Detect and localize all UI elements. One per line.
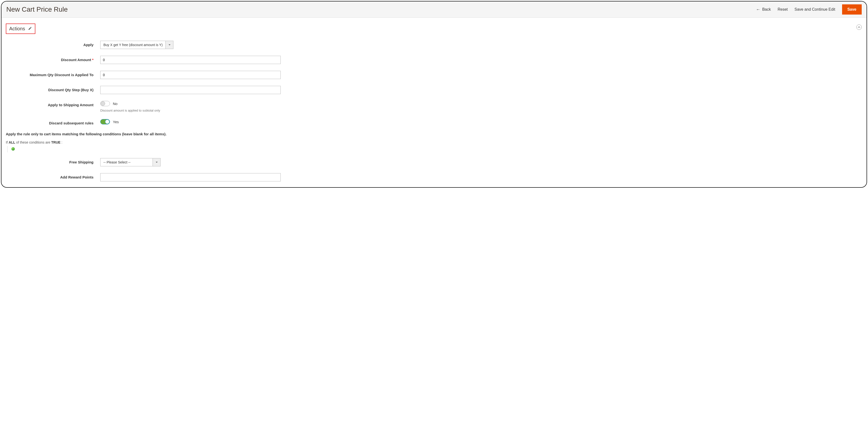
discard-rules-value: Yes <box>113 120 119 124</box>
collapse-toggle[interactable] <box>857 25 862 30</box>
rules-heading: Apply the rule only to cart items matchi… <box>6 132 862 136</box>
max-qty-row: Maximum Qty Discount is Applied To <box>6 71 862 79</box>
pencil-icon <box>28 26 32 31</box>
apply-shipping-help: Discount amount is applied to subtotal o… <box>100 109 160 112</box>
apply-shipping-toggle[interactable] <box>100 101 110 106</box>
apply-select-caret[interactable] <box>165 41 173 49</box>
apply-row: Apply Buy X get Y free (discount amount … <box>6 41 862 49</box>
apply-select-value: Buy X get Y free (discount amount is Y) <box>100 41 165 49</box>
apply-shipping-row: Apply to Shipping Amount No Discount amo… <box>6 101 862 112</box>
reward-points-label: Add Reward Points <box>6 173 100 179</box>
back-arrow-icon: ← <box>756 7 760 12</box>
content-wrapper: Actions Apply Buy X get Y free (discount… <box>1 18 867 187</box>
reward-points-row: Add Reward Points <box>6 173 862 181</box>
actions-section-header: Actions <box>6 24 35 34</box>
free-shipping-value: -- Please Select -- <box>100 158 153 166</box>
discard-rules-toggle[interactable] <box>100 119 110 124</box>
back-button[interactable]: ← Back <box>756 7 771 12</box>
caret-down-icon <box>168 44 171 46</box>
max-qty-input[interactable] <box>100 71 281 79</box>
qty-step-input[interactable] <box>100 86 281 94</box>
free-shipping-caret[interactable] <box>153 158 160 166</box>
toggle-knob <box>105 119 110 124</box>
qty-step-label: Discount Qty Step (Buy X) <box>6 86 100 92</box>
cond-true-link[interactable]: TRUE <box>51 140 61 144</box>
cond-all-link[interactable]: ALL <box>9 140 15 144</box>
apply-shipping-value: No <box>113 102 118 106</box>
qty-step-row: Discount Qty Step (Buy X) <box>6 86 862 94</box>
apply-shipping-label: Apply to Shipping Amount <box>6 101 100 107</box>
save-button[interactable]: Save <box>842 4 862 15</box>
condition-line: If ALL of these conditions are TRUE : <box>6 140 862 144</box>
reward-points-input[interactable] <box>100 173 281 181</box>
condition-tree <box>7 146 862 152</box>
page-title: New Cart Price Rule <box>6 6 68 13</box>
toggle-knob <box>101 101 105 106</box>
caret-down-icon <box>155 161 158 164</box>
discount-amount-row: Discount Amount* <box>6 56 862 64</box>
max-qty-label: Maximum Qty Discount is Applied To <box>6 71 100 77</box>
apply-select[interactable]: Buy X get Y free (discount amount is Y) <box>100 41 174 49</box>
apply-label: Apply <box>6 41 100 47</box>
back-label: Back <box>762 7 771 12</box>
section-title: Actions <box>9 26 25 31</box>
discount-amount-label: Discount Amount* <box>6 56 100 62</box>
save-continue-button[interactable]: Save and Continue Edit <box>795 7 835 12</box>
page-header: New Cart Price Rule ← Back Reset Save an… <box>1 1 867 18</box>
free-shipping-row: Free Shipping -- Please Select -- <box>6 158 862 166</box>
header-actions: ← Back Reset Save and Continue Edit Save <box>756 4 862 15</box>
free-shipping-select[interactable]: -- Please Select -- <box>100 158 161 166</box>
reset-button[interactable]: Reset <box>778 7 788 12</box>
discard-rules-label: Discard subsequent rules <box>6 119 100 125</box>
discount-amount-input[interactable] <box>100 56 281 64</box>
free-shipping-label: Free Shipping <box>6 158 100 164</box>
discard-rules-row: Discard subsequent rules Yes <box>6 119 862 125</box>
add-condition-icon[interactable] <box>11 147 15 150</box>
chevron-up-icon <box>858 26 860 28</box>
